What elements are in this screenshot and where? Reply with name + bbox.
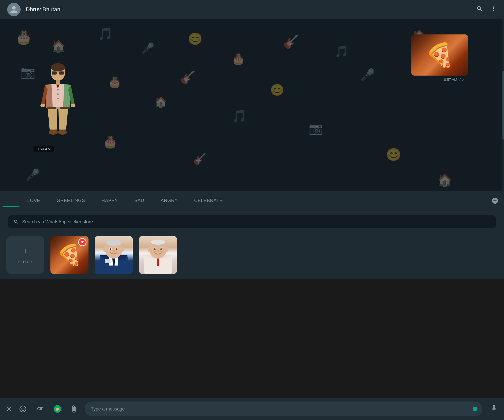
create-label: Create (18, 259, 32, 264)
tab-happy[interactable]: HAPPY (93, 191, 126, 210)
send-indicator (473, 407, 477, 411)
tab-celebrate[interactable]: CELEBRATE (186, 191, 231, 210)
person-sticker-figure (40, 60, 76, 142)
sticker-man1[interactable] (95, 236, 133, 274)
svg-point-39 (154, 248, 156, 250)
scrollbar-thumb[interactable] (502, 71, 504, 140)
chat-area: 🎂 🏠 🎵 🎤 😊 🎂 🎸 🎵 🏠 📷 🎂 🎸 😊 🎤 🏠 🎵 📷 🎂 🎸 😊 … (0, 19, 504, 191)
tab-greetings[interactable]: GREETINGS (48, 191, 93, 210)
contact-name: Dhruv Bhutani (26, 6, 471, 13)
sticker-message-time: 9:54 AM (33, 146, 54, 152)
svg-rect-20 (105, 259, 110, 263)
read-receipt-icon: ✓✓ (458, 77, 465, 82)
svg-point-27 (110, 248, 111, 250)
svg-point-41 (157, 250, 159, 252)
svg-point-36 (165, 247, 169, 252)
search-bar-icon (13, 219, 19, 225)
svg-point-16 (58, 130, 66, 134)
search-container (0, 210, 504, 233)
svg-rect-12 (56, 107, 60, 109)
create-plus-icon: + (22, 246, 28, 257)
search-input[interactable] (22, 219, 491, 225)
sticker-pizza[interactable]: 🍕 ❤ (50, 236, 89, 274)
sticker-button[interactable]: 😀 (52, 403, 63, 415)
attach-button[interactable] (68, 403, 79, 415)
svg-text:😀: 😀 (55, 407, 59, 411)
chat-header: Dhruv Bhutani (0, 0, 504, 19)
tab-add-button[interactable] (489, 194, 501, 207)
svg-point-8 (57, 98, 59, 99)
svg-point-15 (49, 130, 56, 134)
svg-point-42 (151, 251, 155, 253)
svg-point-7 (57, 93, 59, 95)
close-button[interactable]: ✕ (6, 405, 12, 413)
svg-point-23 (103, 247, 107, 252)
microphone-button[interactable] (490, 404, 498, 414)
message-time-right: 8:57 AM ✓✓ (442, 76, 467, 83)
svg-point-1 (51, 63, 65, 71)
emoji-button[interactable] (17, 403, 29, 415)
sticker-panel: LOVE GREETINGS HAPPY SAD ANGRY CELEBRATE (0, 191, 504, 279)
svg-point-22 (106, 240, 121, 246)
svg-point-24 (121, 247, 124, 252)
tab-sad[interactable]: SAD (126, 191, 153, 210)
svg-point-10 (71, 104, 75, 107)
svg-rect-2 (52, 71, 57, 75)
svg-point-29 (112, 250, 115, 252)
sticker-man2[interactable] (139, 236, 177, 274)
more-options-icon[interactable] (490, 5, 497, 14)
sticker-search-bar[interactable] (8, 215, 496, 228)
message-input[interactable] (91, 406, 476, 412)
svg-point-6 (57, 89, 59, 90)
svg-point-40 (160, 248, 162, 250)
tab-love[interactable]: LOVE (19, 191, 48, 210)
gif-button[interactable]: GIF (34, 403, 47, 415)
pizza-message: 🍕 8:57 AM ✓✓ (411, 34, 468, 76)
header-actions (476, 5, 497, 14)
svg-point-9 (40, 104, 45, 107)
tab-angry[interactable]: ANGRY (153, 191, 186, 210)
create-sticker-button[interactable]: + Create (6, 236, 44, 274)
chat-scrollbar[interactable] (502, 19, 504, 191)
svg-point-34 (151, 240, 165, 245)
svg-point-43 (161, 251, 165, 253)
search-icon[interactable] (476, 5, 483, 14)
svg-point-35 (147, 247, 151, 252)
sticker-grid: + Create 🍕 ❤ (0, 233, 504, 279)
message-input-container (85, 401, 482, 416)
sticker-tabs: LOVE GREETINGS HAPPY SAD ANGRY CELEBRATE (0, 191, 504, 210)
bottom-toolbar: ✕ GIF 😀 (0, 398, 504, 420)
person-sticker-message: 9:54 AM (33, 58, 82, 152)
svg-point-28 (116, 248, 118, 250)
svg-rect-3 (59, 71, 64, 75)
tab-recent[interactable] (3, 194, 19, 207)
contact-avatar[interactable] (7, 3, 21, 16)
